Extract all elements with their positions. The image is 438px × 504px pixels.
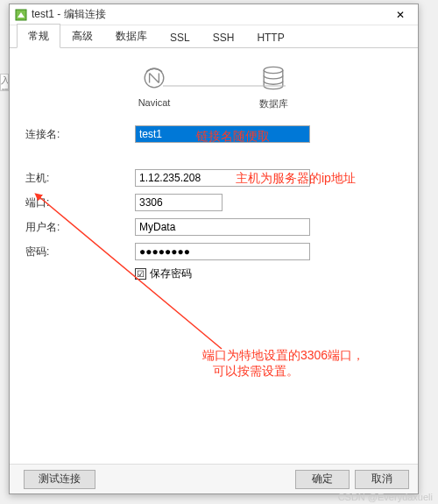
connector-line <box>163 85 286 87</box>
tab-strip: 常规 高级 数据库 SSL SSH HTTP <box>10 25 418 48</box>
label-password: 密码: <box>25 245 135 259</box>
titlebar[interactable]: test1 - 编辑连接 ✕ <box>10 4 418 25</box>
row-host: 主机: <box>25 168 402 188</box>
row-port: 端口: <box>25 193 402 212</box>
row-connection-name: 连接名: <box>25 124 402 144</box>
input-password[interactable] <box>135 243 310 260</box>
checkbox-save-password[interactable]: ☑ <box>135 268 146 280</box>
dialog-footer: 测试连接 确定 取消 <box>10 464 418 493</box>
dialog-window: test1 - 编辑连接 ✕ 常规 高级 数据库 SSL SSH HTTP Na… <box>9 4 419 494</box>
label-user: 用户名: <box>25 220 135 235</box>
label-host: 主机: <box>25 171 135 186</box>
row-password: 密码: <box>25 242 402 261</box>
label-port: 端口: <box>25 195 135 210</box>
tab-ssl[interactable]: SSL <box>159 26 201 48</box>
test-connection-button[interactable]: 测试连接 <box>24 470 95 489</box>
tab-ssh[interactable]: SSH <box>201 26 246 48</box>
annotation-port-line1: 端口为特地设置的3306端口， <box>202 348 364 364</box>
database-label: 数据库 <box>259 97 288 110</box>
label-save-password: 保存密码 <box>150 266 192 281</box>
connection-form: 连接名: 主机: 端口: 用户名: 密码: ☑ 保存密码 <box>25 124 402 281</box>
row-save-password: ☑ 保存密码 <box>135 266 402 281</box>
database-icon <box>258 62 289 94</box>
navicat-icon <box>138 62 170 94</box>
tab-general[interactable]: 常规 <box>17 24 60 48</box>
navicat-label: Navicat <box>138 97 171 108</box>
watermark: CSDN @Everydaxueli <box>338 492 433 502</box>
svg-point-2 <box>265 67 284 73</box>
app-icon <box>15 9 27 21</box>
input-port[interactable] <box>135 194 223 211</box>
ok-button[interactable]: 确定 <box>295 470 350 489</box>
annotation-port-line2: 可以按需设置。 <box>213 364 299 380</box>
dialog-body: Navicat 数据库 连接名: 主机: <box>10 48 418 464</box>
window-title: test1 - 编辑连接 <box>32 7 388 22</box>
input-connection-name[interactable] <box>135 125 310 143</box>
input-user[interactable] <box>135 218 310 236</box>
background-panel-fragment: 入闻 <box>0 74 9 91</box>
cancel-button[interactable]: 取消 <box>355 470 409 489</box>
tab-http[interactable]: HTTP <box>245 26 295 48</box>
row-user: 用户名: <box>25 217 402 237</box>
input-host[interactable] <box>135 169 310 187</box>
close-icon[interactable]: ✕ <box>388 6 413 24</box>
tab-advanced[interactable]: 高级 <box>60 24 104 48</box>
tab-database[interactable]: 数据库 <box>104 24 159 48</box>
label-connection-name: 连接名: <box>25 127 135 142</box>
